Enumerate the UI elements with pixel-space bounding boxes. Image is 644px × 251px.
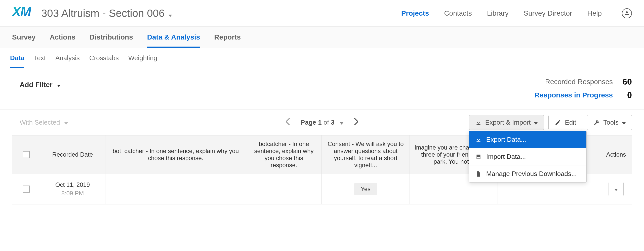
subtab-data[interactable]: Data <box>10 48 24 68</box>
import-icon <box>475 154 482 160</box>
tab-reports[interactable]: Reports <box>214 27 241 48</box>
tools-label: Tools <box>603 119 619 126</box>
primary-tabs: Survey Actions Distributions Data & Anal… <box>0 27 644 48</box>
nav-projects[interactable]: Projects <box>401 9 429 17</box>
cell-recorded-date: Oct 11, 2019 8:09 PM <box>40 174 105 204</box>
file-icon <box>475 171 482 177</box>
nav-survey-director[interactable]: Survey Director <box>524 9 572 17</box>
subtab-weighting[interactable]: Weighting <box>128 48 157 68</box>
recorded-responses-count: 60 <box>622 77 632 87</box>
menu-export-data-label: Export Data... <box>486 136 526 144</box>
pencil-icon <box>555 119 561 126</box>
page-indicator[interactable]: Page 1 of 3 <box>301 119 343 126</box>
row-checkbox[interactable] <box>23 186 30 193</box>
menu-manage-downloads[interactable]: Manage Previous Downloads... <box>469 165 586 182</box>
chevron-down-icon <box>534 119 538 126</box>
date-value: Oct 11, 2019 <box>55 181 90 189</box>
download-icon <box>475 119 482 126</box>
subtab-text[interactable]: Text <box>34 48 46 68</box>
secondary-tabs: Data Text Analysis Crosstabs Weighting <box>0 48 644 68</box>
responses-in-progress-count: 0 <box>622 90 632 100</box>
recorded-responses-label: Recorded Responses <box>545 78 613 86</box>
chevron-down-icon <box>622 119 626 126</box>
export-import-button[interactable]: Export & Import <box>469 115 544 130</box>
subtab-analysis[interactable]: Analysis <box>55 48 80 68</box>
row-actions-button[interactable] <box>609 182 624 196</box>
cell-bot-catcher <box>105 174 246 204</box>
project-title-text: 303 Altruism - Section 006 <box>41 7 165 19</box>
edit-label: Edit <box>565 119 576 126</box>
add-filter-button[interactable]: Add Filter <box>20 77 61 89</box>
header-bot-catcher[interactable]: bot_catcher - In one sentence, explain w… <box>105 135 246 174</box>
tab-actions[interactable]: Actions <box>50 27 75 48</box>
cell-consent: Yes <box>322 174 410 204</box>
header-checkbox-cell <box>12 135 40 174</box>
chevron-down-icon <box>57 81 61 89</box>
wrench-icon <box>593 119 600 126</box>
chevron-down-icon <box>614 186 618 192</box>
logo[interactable]: XM <box>12 5 31 22</box>
toolbar-buttons: Export & Import Export Data... Import Da… <box>469 115 632 130</box>
account-icon[interactable] <box>622 8 632 18</box>
nav-help[interactable]: Help <box>587 9 602 17</box>
cell-actions <box>586 174 644 204</box>
export-import-dropdown: Export Data... Import Data... Manage Pre… <box>469 131 587 183</box>
tab-distributions[interactable]: Distributions <box>90 27 133 48</box>
with-selected-dropdown[interactable]: With Selected <box>20 119 68 126</box>
header-recorded-date[interactable]: Recorded Date <box>40 135 105 174</box>
table-toolbar: With Selected Page 1 of 3 Export & Impor… <box>0 110 644 135</box>
menu-import-data-label: Import Data... <box>486 153 526 161</box>
select-all-checkbox[interactable] <box>23 151 30 158</box>
edit-button[interactable]: Edit <box>548 115 582 130</box>
menu-export-data[interactable]: Export Data... <box>469 131 586 148</box>
tools-button[interactable]: Tools <box>587 115 632 130</box>
add-filter-label: Add Filter <box>20 81 53 89</box>
pager: Page 1 of 3 <box>286 118 358 127</box>
header: XM 303 Altruism - Section 006 Projects C… <box>0 0 644 27</box>
export-import-label: Export & Import <box>485 119 531 126</box>
prev-page-button[interactable] <box>286 118 291 127</box>
tab-survey[interactable]: Survey <box>12 27 35 48</box>
top-nav: Projects Contacts Library Survey Directo… <box>401 8 632 18</box>
chevron-down-icon <box>340 119 343 126</box>
nav-library[interactable]: Library <box>487 9 509 17</box>
download-icon <box>475 136 482 143</box>
logo-text: XM <box>12 5 31 19</box>
cell-botcatcher <box>246 174 322 204</box>
menu-import-data[interactable]: Import Data... <box>469 148 586 165</box>
chevron-down-icon <box>169 7 172 19</box>
row-checkbox-cell <box>12 174 40 204</box>
header-actions[interactable]: Actions <box>586 135 644 174</box>
tab-data-analysis[interactable]: Data & Analysis <box>147 27 200 48</box>
chevron-down-icon <box>64 119 68 126</box>
consent-value: Yes <box>354 183 377 195</box>
header-botcatcher[interactable]: botcatcher - In one sentence, explain wh… <box>246 135 322 174</box>
response-stats: Recorded Responses 60 Responses in Progr… <box>535 77 632 103</box>
subtab-crosstabs[interactable]: Crosstabs <box>89 48 119 68</box>
menu-manage-downloads-label: Manage Previous Downloads... <box>486 170 577 178</box>
header-consent[interactable]: Consent - We will ask you to answer ques… <box>322 135 410 174</box>
project-title-dropdown[interactable]: 303 Altruism - Section 006 <box>41 7 172 19</box>
with-selected-label: With Selected <box>20 119 60 126</box>
filter-row: Add Filter Recorded Responses 60 Respons… <box>0 68 644 110</box>
next-page-button[interactable] <box>353 118 358 127</box>
nav-contacts[interactable]: Contacts <box>444 9 472 17</box>
responses-in-progress-link[interactable]: Responses in Progress <box>535 91 613 99</box>
time-value: 8:09 PM <box>55 189 90 198</box>
